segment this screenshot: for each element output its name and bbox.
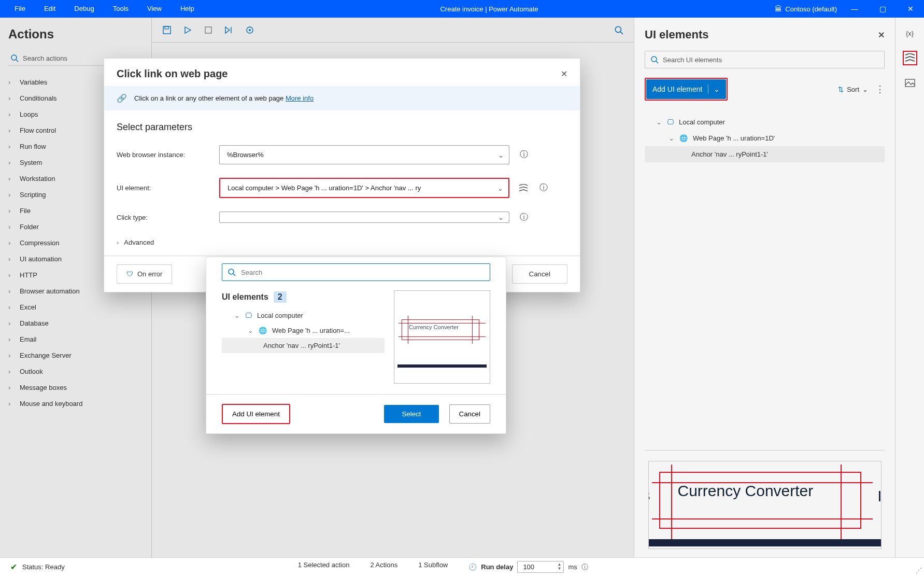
on-error-button[interactable]: 🛡 On error — [117, 264, 172, 284]
picker-tree-local[interactable]: ⌄ 🖵 Local computer — [222, 308, 385, 323]
chevron-right-icon: › — [117, 238, 119, 246]
actions-heading: Actions — [8, 27, 143, 41]
window-maximize[interactable]: ▢ — [872, 0, 893, 18]
more-info-link[interactable]: More info — [286, 94, 314, 102]
ui-elements-tab-icon[interactable] — [903, 51, 917, 65]
tenant-label[interactable]: 🏛Contoso (default) — [775, 5, 837, 13]
chevron-down-icon: ⌄ — [669, 134, 674, 142]
designer-toolbar — [152, 18, 634, 43]
ui-elements-search[interactable]: Search UI elements — [645, 51, 885, 68]
chevron-right-icon: › — [8, 303, 16, 311]
menu-bar: File Edit Debug Tools View Help — [0, 0, 204, 18]
cat-exchange[interactable]: ›Exchange Server — [8, 347, 143, 363]
chevron-down-icon: ⌄ — [248, 327, 253, 334]
tree-row-anchor[interactable]: Anchor 'nav ... ryPoint1-1' — [645, 146, 885, 162]
window-close[interactable]: ✕ — [900, 0, 921, 18]
more-menu[interactable]: ⋮ — [875, 83, 885, 95]
dialog-close-button[interactable]: ✕ — [561, 69, 567, 79]
svg-point-0 — [11, 55, 17, 60]
svg-line-13 — [656, 61, 658, 63]
tree-row-local[interactable]: ⌄ 🖵 Local computer — [645, 114, 885, 130]
click-type-select[interactable]: ⌄ — [219, 212, 509, 223]
browser-instance-select[interactable]: %Browser% ⌄ — [219, 145, 509, 164]
info-icon[interactable]: ⓘ — [581, 563, 588, 572]
menu-view[interactable]: View — [138, 0, 171, 18]
sort-icon: ⇅ — [838, 86, 844, 93]
chevron-right-icon: › — [8, 287, 16, 295]
variables-tab-icon[interactable]: {x} — [903, 26, 917, 40]
run-button[interactable] — [182, 24, 193, 36]
info-icon[interactable]: ⓘ — [538, 182, 549, 193]
window-minimize[interactable]: — — [844, 0, 865, 18]
svg-point-10 — [615, 26, 621, 32]
chevron-right-icon: › — [8, 255, 16, 263]
menu-help[interactable]: Help — [171, 0, 204, 18]
chevron-down-icon: ⌄ — [234, 312, 240, 319]
picker-tree-anchor[interactable]: Anchor 'nav ... ryPoint1-1' — [222, 338, 385, 353]
info-icon[interactable]: ⓘ — [519, 149, 529, 160]
actions-search-placeholder: Search actions — [23, 54, 67, 62]
sort-button[interactable]: ⇅ Sort ⌄ — [838, 86, 868, 93]
param-uielement-row: UI element: Local computer > Web Page 'h… — [117, 178, 567, 198]
svg-rect-3 — [165, 26, 168, 29]
status-actions: 2 Actions — [370, 561, 397, 573]
run-delay-unit: ms — [568, 563, 577, 571]
search-icon — [10, 54, 19, 62]
ui-panel-close[interactable]: ✕ — [878, 30, 885, 40]
chevron-down-icon: ⌄ — [714, 85, 720, 93]
search-icon — [228, 268, 236, 276]
shield-icon: 🛡 — [126, 270, 133, 278]
chevron-down-icon: ⌄ — [498, 214, 504, 221]
cat-outlook[interactable]: ›Outlook — [8, 363, 143, 380]
menu-tools[interactable]: Tools — [104, 0, 138, 18]
picker-search[interactable]: Search — [222, 263, 490, 281]
dialog-section-heading: Select parameters — [117, 122, 567, 133]
monitor-icon: 🖵 — [667, 118, 674, 126]
highlight-add-ui-element: Add UI element ⌄ — [645, 78, 728, 101]
ui-elements-panel: UI elements ✕ Search UI elements Add UI … — [634, 18, 924, 557]
svg-rect-2 — [163, 26, 170, 34]
param-browser-label: Web browser instance: — [117, 151, 210, 159]
save-button[interactable] — [161, 24, 173, 36]
resize-grip-icon[interactable]: ⋰ — [916, 567, 922, 574]
right-toolbar: {x} — [895, 18, 924, 557]
cat-email[interactable]: ›Email — [8, 331, 143, 347]
run-delay-input[interactable]: 100 ▲▼ — [517, 561, 564, 573]
svg-point-15 — [229, 269, 234, 274]
images-tab-icon[interactable] — [903, 76, 917, 90]
cat-excel[interactable]: ›Excel — [8, 299, 143, 315]
cat-messageboxes[interactable]: ›Message boxes — [8, 380, 143, 396]
stop-button[interactable] — [203, 24, 214, 36]
cat-mousekb[interactable]: ›Mouse and keyboard — [8, 396, 143, 412]
picker-select-button[interactable]: Select — [384, 405, 438, 423]
chevron-right-icon: › — [8, 335, 16, 343]
picker-cancel-button[interactable]: Cancel — [449, 404, 491, 424]
dialog-info-banner: 🔗 Click on a link or any other element o… — [104, 86, 580, 110]
chevron-down-icon: ⌄ — [862, 86, 868, 93]
cat-database[interactable]: ›Database — [8, 315, 143, 331]
info-icon[interactable]: ⓘ — [519, 212, 529, 223]
chevron-right-icon: › — [8, 384, 16, 391]
menu-debug[interactable]: Debug — [65, 0, 103, 18]
layers-icon[interactable] — [519, 184, 529, 192]
status-ok-icon: ✔ — [10, 562, 17, 572]
chevron-right-icon: › — [8, 191, 16, 199]
picker-count-badge: 2 — [274, 291, 287, 303]
svg-rect-14 — [905, 79, 915, 87]
dialog-cancel-button[interactable]: Cancel — [512, 264, 568, 284]
run-next-button[interactable] — [223, 24, 235, 36]
menu-file[interactable]: File — [5, 0, 35, 18]
chevron-right-icon: › — [8, 400, 16, 408]
flow-search-button[interactable] — [613, 24, 624, 36]
menu-edit[interactable]: Edit — [35, 0, 65, 18]
spinner-arrows-icon[interactable]: ▲▼ — [557, 563, 561, 571]
chevron-right-icon: › — [8, 319, 16, 327]
tree-row-page[interactable]: ⌄ 🌐 Web Page 'h ... uration=1D' — [645, 130, 885, 146]
record-button[interactable] — [244, 24, 255, 36]
ui-element-select[interactable]: Local computer > Web Page 'h ... uration… — [219, 178, 509, 198]
picker-tree-page[interactable]: ⌄ 🌐 Web Page 'h ... uration=... — [222, 323, 385, 338]
ui-search-placeholder: Search UI elements — [663, 56, 722, 64]
add-ui-element-button[interactable]: Add UI element ⌄ — [646, 79, 726, 99]
advanced-toggle[interactable]: › Advanced — [117, 236, 567, 256]
picker-add-button[interactable]: Add UI element — [222, 404, 290, 424]
